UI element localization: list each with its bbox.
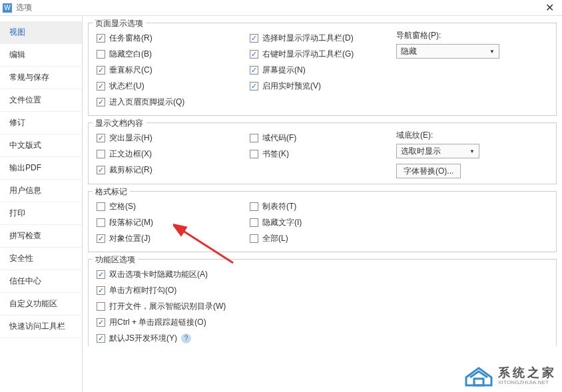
sidebar-item[interactable]: 安全性 xyxy=(0,248,82,270)
checkbox[interactable] xyxy=(250,202,258,211)
sidebar-item[interactable]: 修订 xyxy=(0,112,82,134)
group-doc-content: 显示文档内容 突出显示(H)正文边框(X)裁剪标记(R) 域代码(F)书签(K)… xyxy=(88,122,557,184)
nav-pane-select[interactable]: 隐藏 ▼ xyxy=(396,44,499,59)
close-icon[interactable]: ✕ xyxy=(545,1,554,14)
checkbox[interactable] xyxy=(97,218,105,227)
checkbox-row: 用Ctrl + 单击跟踪超链接(O) xyxy=(97,314,548,330)
checkbox[interactable] xyxy=(97,302,105,311)
field-shade-value: 选取时显示 xyxy=(401,146,441,157)
group-title: 格式标记 xyxy=(93,186,130,198)
checkbox-row: 隐藏空白(B) xyxy=(97,46,250,62)
checkbox-label: 屏幕提示(N) xyxy=(262,65,306,76)
chevron-down-icon: ▼ xyxy=(489,49,495,55)
checkbox[interactable] xyxy=(250,34,258,43)
checkbox-row: 段落标记(M) xyxy=(97,214,250,230)
checkbox-label: 空格(S) xyxy=(109,201,136,212)
checkbox-row: 正文边框(X) xyxy=(97,146,250,162)
group-title: 功能区选项 xyxy=(93,254,138,266)
sidebar-item[interactable]: 编辑 xyxy=(0,44,82,67)
checkbox[interactable] xyxy=(250,66,258,75)
checkbox-row: 任务窗格(R) xyxy=(97,30,250,46)
checkbox-row: 突出显示(H) xyxy=(97,130,250,146)
checkbox-row: 选择时显示浮动工具栏(D) xyxy=(250,30,396,46)
checkbox[interactable] xyxy=(97,150,105,158)
checkbox-label: 单击方框时打勾(O) xyxy=(109,285,176,296)
sidebar-item[interactable]: 中文版式 xyxy=(0,134,82,157)
checkbox-row: 书签(K) xyxy=(250,146,396,162)
checkbox[interactable] xyxy=(250,50,258,59)
checkbox[interactable] xyxy=(250,234,258,243)
checkbox-row: 制表符(T) xyxy=(250,198,396,214)
sidebar-item[interactable]: 视图 xyxy=(0,21,82,44)
group-page-display: 页面显示选项 任务窗格(R)隐藏空白(B)垂直标尺(C)状态栏(U)进入页眉页脚… xyxy=(88,23,557,116)
chevron-down-icon: ▼ xyxy=(469,148,475,154)
checkbox-label: 域代码(F) xyxy=(262,132,296,144)
checkbox[interactable] xyxy=(97,286,105,295)
checkbox-label: 双击选项卡时隐藏功能区(A) xyxy=(109,269,208,280)
watermark-logo-icon xyxy=(463,364,494,388)
sidebar-item[interactable]: 信任中心 xyxy=(0,270,82,293)
sidebar-item[interactable]: 拼写检查 xyxy=(0,225,82,248)
checkbox-label: 隐藏文字(I) xyxy=(262,217,302,228)
checkbox[interactable] xyxy=(250,134,258,142)
group-ribbon: 功能区选项 双击选项卡时隐藏功能区(A)单击方框时打勾(O)打开文件，展示智能识… xyxy=(88,259,557,346)
field-shade-label: 域底纹(E): xyxy=(396,130,548,141)
group-title: 显示文档内容 xyxy=(93,118,146,129)
help-icon[interactable]: ? xyxy=(181,333,191,343)
checkbox-label: 打开文件，展示智能识别目录(W) xyxy=(109,301,226,312)
checkbox-label: 对象位置(J) xyxy=(109,233,150,244)
sidebar-item[interactable]: 快速访问工具栏 xyxy=(0,315,82,338)
checkbox[interactable] xyxy=(250,218,258,227)
checkbox-label: 制表符(T) xyxy=(262,201,296,212)
checkbox-row: 启用实时预览(V) xyxy=(250,78,396,94)
checkbox[interactable] xyxy=(97,234,105,243)
sidebar-item[interactable]: 常规与保存 xyxy=(0,67,82,89)
checkbox[interactable] xyxy=(97,82,105,91)
sidebar-item[interactable]: 自定义功能区 xyxy=(0,293,82,315)
checkbox-label: 进入页眉页脚提示(Q) xyxy=(109,97,184,108)
nav-pane-label: 导航窗格(P): xyxy=(396,30,548,41)
sidebar-item[interactable]: 文件位置 xyxy=(0,89,82,112)
checkbox[interactable] xyxy=(97,202,105,211)
checkbox-label: 选择时显示浮动工具栏(D) xyxy=(262,33,354,44)
checkbox[interactable] xyxy=(97,166,105,174)
dialog-title: 选项 xyxy=(16,2,32,13)
title-bar: W 选项 ✕ xyxy=(0,0,562,16)
checkbox[interactable] xyxy=(97,34,105,43)
checkbox[interactable] xyxy=(250,82,258,91)
svg-rect-1 xyxy=(474,379,483,385)
checkbox[interactable] xyxy=(97,270,105,279)
checkbox-row: 状态栏(U) xyxy=(97,78,250,94)
checkbox-row: 默认JS开发环境(Y)? xyxy=(97,330,548,346)
checkbox[interactable] xyxy=(97,50,105,59)
watermark: 系统之家 XITONGZHIJIA.NET xyxy=(463,364,557,388)
checkbox[interactable] xyxy=(97,98,105,106)
checkbox-row: 右键时显示浮动工具栏(G) xyxy=(250,46,396,62)
checkbox-row: 空格(S) xyxy=(97,198,250,214)
checkbox-label: 正文边框(X) xyxy=(109,148,152,160)
checkbox-row: 垂直标尺(C) xyxy=(97,62,250,78)
sidebar: 视图编辑常规与保存文件位置修订中文版式输出PDF用户信息打印拼写检查安全性信任中… xyxy=(0,16,83,392)
checkbox-label: 右键时显示浮动工具栏(G) xyxy=(262,49,354,60)
checkbox[interactable] xyxy=(97,134,105,142)
checkbox-label: 用Ctrl + 单击跟踪超链接(O) xyxy=(109,317,206,328)
checkbox[interactable] xyxy=(250,150,258,158)
checkbox[interactable] xyxy=(97,318,105,327)
nav-pane-value: 隐藏 xyxy=(401,46,417,57)
checkbox-row: 裁剪标记(R) xyxy=(97,162,250,178)
checkbox[interactable] xyxy=(97,334,105,343)
sidebar-item[interactable]: 输出PDF xyxy=(0,157,82,180)
checkbox-row: 隐藏文字(I) xyxy=(250,214,396,230)
watermark-url: XITONGZHIJIA.NET xyxy=(498,380,557,386)
checkbox-label: 书签(K) xyxy=(262,148,289,160)
checkbox-label: 垂直标尺(C) xyxy=(109,65,152,76)
sidebar-item[interactable]: 打印 xyxy=(0,202,82,225)
checkbox-row: 双击选项卡时隐藏功能区(A) xyxy=(97,266,548,282)
field-shade-select[interactable]: 选取时显示 ▼ xyxy=(396,144,479,158)
sidebar-item[interactable]: 用户信息 xyxy=(0,180,82,202)
checkbox-label: 段落标记(M) xyxy=(109,217,153,228)
checkbox[interactable] xyxy=(97,66,105,75)
checkbox-label: 启用实时预览(V) xyxy=(262,81,321,92)
font-substitute-button[interactable]: 字体替换(O)... xyxy=(396,164,461,178)
checkbox-row: 进入页眉页脚提示(Q) xyxy=(97,94,250,110)
